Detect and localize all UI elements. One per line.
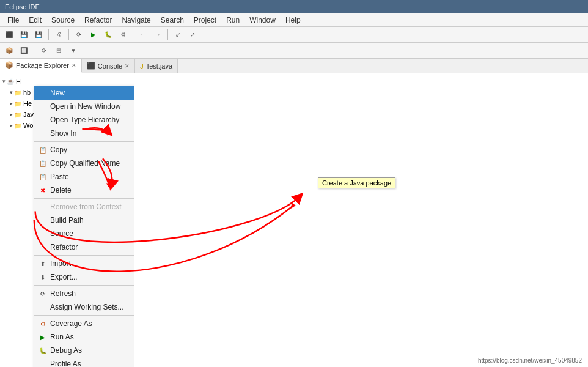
ctx-new[interactable]: New ▶	[34, 86, 134, 100]
menu-edit[interactable]: Edit	[24, 15, 46, 26]
tab-package-explorer-label: Package Explorer	[16, 62, 69, 69]
arrow-h: ▾	[2, 78, 6, 84]
debug-btn[interactable]: 🐛	[101, 28, 115, 42]
tab-test-java[interactable]: J Test.java	[135, 59, 178, 73]
ctx-open-new-window[interactable]: Open in New Window	[34, 100, 134, 113]
ctx-export[interactable]: ⬇ Export...	[34, 270, 134, 284]
ctx-export-label: Export...	[50, 273, 134, 281]
collapse-btn[interactable]: ⊟	[52, 44, 65, 57]
ctx-remove-label: Remove from Context	[50, 202, 134, 211]
ctx-run-as[interactable]: ▶ Run As ▶	[34, 330, 134, 344]
sep4	[167, 29, 168, 40]
menu-search[interactable]: Search	[156, 15, 189, 26]
menu-help[interactable]: Help	[281, 15, 306, 26]
tab-package-explorer[interactable]: 📦 Package Explorer ✕	[0, 59, 82, 73]
new-btn[interactable]: ⬛	[2, 28, 16, 42]
sep3	[133, 29, 133, 40]
sep-ctx-4	[34, 285, 134, 286]
ctx-import-icon: ⬆	[38, 259, 48, 269]
label-he: He	[23, 100, 32, 107]
watermark-text: https://blog.csdn.net/weixin_45049852	[478, 357, 582, 364]
ctx-refresh[interactable]: ⟳ Refresh F5	[34, 287, 134, 300]
menu-project[interactable]: Project	[189, 15, 221, 26]
tab-row: 📦 Package Explorer ✕ ⬛ Console ✕ J Test.…	[0, 59, 588, 73]
next-edit-btn[interactable]: ↙	[171, 28, 185, 42]
ctx-refactor-icon	[38, 242, 48, 252]
prev-edit-btn[interactable]: ↗	[186, 28, 199, 42]
hierarchy-btn[interactable]: 🔲	[17, 44, 31, 57]
save-btn[interactable]: 💾	[17, 28, 31, 42]
label-h: H	[16, 78, 21, 85]
ctx-import[interactable]: ⬆ Import...	[34, 257, 134, 270]
tab-console[interactable]: ⬛ Console ✕	[82, 59, 135, 73]
icon-folder-hb: 📁	[14, 89, 21, 96]
pkg-explorer-btn[interactable]: 📦	[2, 44, 16, 57]
ctx-copy-icon: 📋	[38, 145, 48, 155]
console-area	[134, 73, 588, 367]
refresh-btn[interactable]: ⟳	[72, 28, 86, 42]
ctx-import-label: Import...	[50, 259, 134, 268]
tab-package-explorer-close[interactable]: ✕	[72, 62, 76, 69]
sync-btn[interactable]: ⟳	[37, 44, 51, 57]
print-btn[interactable]: 🖨	[52, 28, 65, 42]
menu-refactor[interactable]: Refactor	[79, 15, 117, 26]
ctx-copy-qualified-label: Copy Qualified Name	[50, 159, 134, 168]
ctx-new-label: New	[50, 89, 134, 97]
menu-run[interactable]: Run	[221, 15, 244, 26]
ctx-debug-as[interactable]: 🐛 Debug As ▶	[34, 344, 134, 357]
sep2	[68, 29, 69, 40]
ctx-remove-context: Remove from Context Ctrl+Alt+Shift+Down	[34, 200, 134, 213]
back-btn[interactable]: ←	[136, 28, 150, 42]
menu-window[interactable]: Window	[244, 15, 281, 26]
tooltip-text: Create a Java package	[322, 179, 391, 187]
ctx-source-label: Source	[50, 229, 134, 238]
ctx-build-path[interactable]: Build Path ▶	[34, 213, 134, 227]
ctx-copy[interactable]: 📋 Copy Ctrl+C	[34, 143, 134, 157]
ctx-profile-icon	[38, 359, 48, 367]
icon-folder-wo: 📁	[14, 122, 21, 129]
menu-navigate[interactable]: Navigate	[117, 15, 155, 26]
ctx-paste-icon: 📋	[38, 172, 48, 182]
ctx-export-icon: ⬇	[38, 272, 48, 282]
sep-ctx-1	[34, 141, 134, 142]
arrow-he: ▸	[10, 100, 13, 106]
ctx-show-in-icon	[38, 128, 48, 138]
tab-package-explorer-icon: 📦	[5, 61, 13, 69]
ctx-source[interactable]: Source Alt+Shift+S ▶	[34, 227, 134, 240]
tab-test-label: Test.java	[146, 62, 172, 70]
ctx-copy-qualified-icon: 📋	[38, 158, 48, 168]
menu-file[interactable]: File	[2, 15, 24, 26]
label-wo: Wo	[23, 122, 33, 129]
arrow-jav: ▸	[10, 111, 13, 117]
sep-ctx-5	[34, 315, 134, 316]
ctx-show-in[interactable]: Show In Alt+Shift+W ▶	[34, 127, 134, 140]
ctx-paste-label: Paste	[50, 172, 134, 181]
ctx-remove-icon	[38, 202, 48, 212]
ext1-btn[interactable]: ⚙	[116, 28, 130, 42]
tab-console-close[interactable]: ✕	[125, 63, 130, 69]
ctx-debug-icon: 🐛	[38, 346, 48, 355]
arrow-hb: ▾	[10, 89, 13, 95]
ctx-delete[interactable]: ✖ Delete Delete	[34, 184, 134, 197]
menu-source[interactable]: Source	[46, 15, 79, 26]
main-area: ▾ ☕ H ▾ 📁 hb ▸ 📁 He ▸ 📁 Jav	[0, 73, 588, 367]
ctx-run-icon: ▶	[38, 332, 48, 342]
ctx-refactor[interactable]: Refactor Alt+Shift+T ▶	[34, 240, 134, 254]
toolbar-2: 📦 🔲 ⟳ ⊟ ▼	[0, 43, 588, 59]
forward-btn[interactable]: →	[151, 28, 164, 42]
ctx-show-in-label: Show In	[50, 129, 134, 138]
ctx-copy-qualified[interactable]: 📋 Copy Qualified Name	[34, 157, 134, 170]
view-menu-btn[interactable]: ▼	[67, 44, 80, 57]
ctx-open-type-hierarchy[interactable]: Open Type Hierarchy F4	[34, 113, 134, 127]
ctx-refresh-label: Refresh	[50, 289, 134, 298]
ctx-assign-working[interactable]: Assign Working Sets...	[34, 300, 134, 314]
ctx-paste[interactable]: 📋 Paste Ctrl+V	[34, 170, 134, 184]
ctx-coverage-as[interactable]: ⚙ Coverage As ▶	[34, 317, 134, 330]
ctx-profile-label: Profile As	[50, 360, 134, 367]
ctx-profile-as[interactable]: Profile As ▶	[34, 357, 134, 367]
save-all-btn[interactable]: 💾	[32, 28, 45, 42]
run-btn[interactable]: ▶	[87, 28, 100, 42]
sep-ctx-3	[34, 255, 134, 256]
ctx-assign-label: Assign Working Sets...	[50, 303, 134, 311]
ctx-new-icon	[38, 88, 48, 98]
